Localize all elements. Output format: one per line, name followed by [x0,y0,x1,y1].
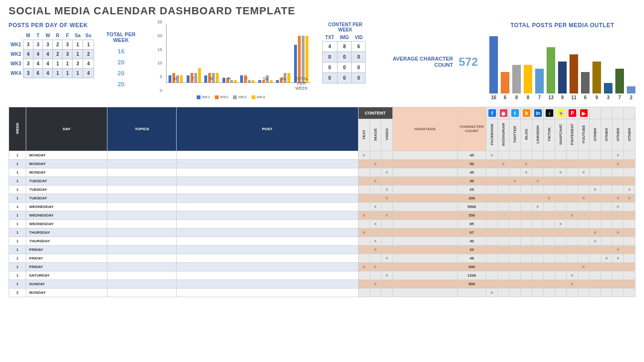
cell-outlet[interactable] [601,245,612,254]
cell-outlet[interactable] [486,159,497,168]
cell-day[interactable]: TUESDAY [26,194,107,202]
cell-outlet[interactable] [623,288,635,297]
cell-outlet[interactable] [555,245,566,254]
cell-outlet[interactable] [497,176,509,185]
cell-outlet[interactable] [532,151,543,159]
cell-charcount[interactable]: 25 [457,185,486,194]
cell-outlet[interactable] [555,176,566,185]
cell-image[interactable]: X [370,219,381,228]
cell-video[interactable]: X [381,185,392,194]
cell-topics[interactable] [107,202,177,211]
cell-outlet[interactable] [520,176,532,185]
cell-text[interactable] [358,185,370,194]
cell-outlet[interactable] [601,151,612,159]
cell-outlet[interactable] [578,271,589,279]
ppdw-cell[interactable]: 1 [63,59,73,69]
cell-week[interactable]: 1 [9,262,26,271]
cell-outlet[interactable] [555,254,566,262]
cell-topics[interactable] [107,271,177,279]
cell-outlet[interactable] [555,288,566,297]
cell-hashtags[interactable] [392,228,457,237]
cell-week[interactable]: 1 [9,185,26,194]
cell-week[interactable]: 1 [9,228,26,237]
cell-outlet[interactable] [566,245,578,254]
cell-outlet[interactable] [532,228,543,237]
cell-day[interactable]: MONDAY [26,151,107,159]
cell-charcount[interactable]: 48 [457,254,486,262]
cell-post[interactable] [177,254,358,262]
cell-outlet[interactable]: X [520,159,532,168]
cell-outlet[interactable] [509,219,520,228]
cell-outlet[interactable] [543,254,555,262]
cell-outlet[interactable] [555,271,566,279]
ppdw-cell[interactable]: 4 [33,50,43,59]
cell-outlet[interactable] [520,279,532,288]
cell-outlet[interactable] [623,176,635,185]
cell-post[interactable] [177,262,358,271]
cell-outlet[interactable] [623,168,635,176]
cell-outlet[interactable] [566,228,578,237]
cell-outlet[interactable] [520,237,532,245]
cell-week[interactable]: 1 [9,237,26,245]
cell-topics[interactable] [107,237,177,245]
cell-outlet[interactable] [486,237,497,245]
cell-outlet[interactable] [520,211,532,219]
cell-outlet[interactable] [520,219,532,228]
cell-outlet[interactable] [509,271,520,279]
cell-day[interactable]: FRIDAY [26,245,107,254]
cell-outlet[interactable] [601,202,612,211]
cell-outlet[interactable] [623,151,635,159]
cell-outlet[interactable] [589,271,601,279]
cell-outlet[interactable]: X [601,254,612,262]
cell-week[interactable]: 1 [9,168,26,176]
cell-outlet[interactable] [566,176,578,185]
cell-day[interactable]: WEDNESDAY [26,211,107,219]
cell-outlet[interactable] [497,288,509,297]
cell-outlet[interactable] [623,279,635,288]
cell-outlet[interactable] [497,202,509,211]
cell-outlet[interactable] [601,211,612,219]
cell-outlet[interactable] [555,185,566,194]
cell-outlet[interactable] [520,228,532,237]
cell-outlet[interactable] [520,185,532,194]
cell-outlet[interactable] [601,271,612,279]
cell-week[interactable]: 1 [9,219,26,228]
cell-image[interactable]: X [370,159,381,168]
cell-topics[interactable] [107,176,177,185]
cell-outlet[interactable] [555,262,566,271]
cell-text[interactable] [358,254,370,262]
cell-outlet[interactable] [601,185,612,194]
cell-outlet[interactable] [623,228,635,237]
cell-charcount[interactable]: 30 [457,176,486,185]
cell-video[interactable]: X [381,271,392,279]
cell-outlet[interactable] [532,237,543,245]
cell-topics[interactable] [107,219,177,228]
cell-outlet[interactable]: X [566,271,578,279]
cell-outlet[interactable] [543,159,555,168]
cell-outlet[interactable]: X [566,279,578,288]
cell-outlet[interactable] [612,185,623,194]
cell-topics[interactable] [107,262,177,271]
cell-outlet[interactable] [497,151,509,159]
cell-outlet[interactable] [509,202,520,211]
cell-image[interactable]: X [370,237,381,245]
cell-outlet[interactable] [578,185,589,194]
cell-outlet[interactable] [589,254,601,262]
cell-week[interactable]: 1 [9,279,26,288]
cell-outlet[interactable] [497,211,509,219]
cell-outlet[interactable] [578,279,589,288]
cell-outlet[interactable] [578,176,589,185]
cell-outlet[interactable] [601,262,612,271]
cell-outlet[interactable] [497,237,509,245]
cell-text[interactable] [358,159,370,168]
cell-day[interactable]: THURSDAY [26,228,107,237]
cell-outlet[interactable] [578,202,589,211]
cell-outlet[interactable] [601,219,612,228]
cell-day[interactable]: MONDAY [26,288,107,297]
cell-outlet[interactable]: X [612,254,623,262]
cell-text[interactable] [358,176,370,185]
cell-outlet[interactable] [578,159,589,168]
cell-topics[interactable] [107,254,177,262]
cell-charcount[interactable]: 350 [457,211,486,219]
cell-outlet[interactable] [601,288,612,297]
